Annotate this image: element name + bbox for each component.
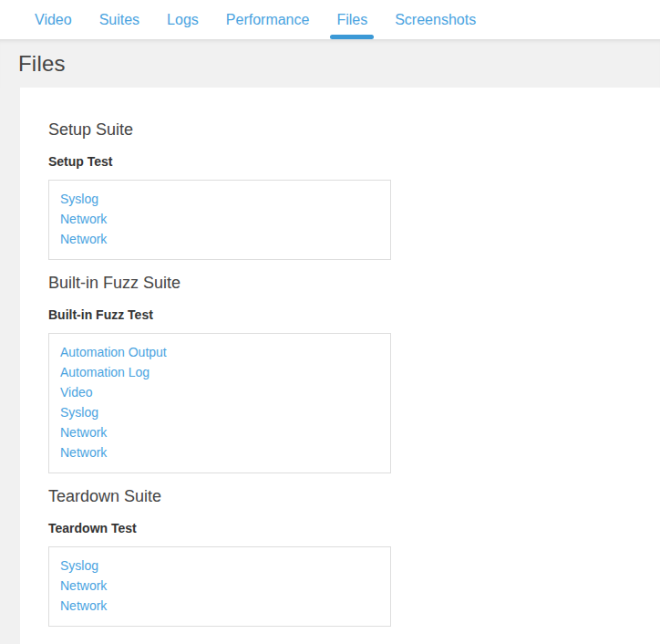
tab-logs[interactable]: Logs	[167, 0, 199, 39]
page-title: Files	[18, 51, 66, 77]
file-link[interactable]: Syslog	[60, 556, 379, 576]
file-link[interactable]: Network	[60, 576, 379, 596]
tab-bar: Video Suites Logs Performance Files Scre…	[0, 0, 660, 39]
file-link[interactable]: Syslog	[60, 189, 379, 209]
tab-files[interactable]: Files	[336, 0, 367, 39]
content-background: Setup SuiteSetup TestSyslogNetworkNetwor…	[0, 88, 660, 644]
file-link[interactable]: Network	[60, 229, 379, 249]
file-list-box: SyslogNetworkNetwork	[48, 546, 391, 627]
file-link[interactable]: Network	[60, 596, 379, 616]
suite-title: Built-in Fuzz Suite	[48, 272, 642, 295]
suite-section: Teardown SuiteTeardown TestSyslogNetwork…	[48, 485, 642, 627]
tab-suites[interactable]: Suites	[99, 0, 139, 39]
suite-section: Built-in Fuzz SuiteBuilt-in Fuzz TestAut…	[48, 272, 642, 473]
tab-performance[interactable]: Performance	[226, 0, 310, 39]
tab-video[interactable]: Video	[35, 0, 72, 39]
file-list-box: Automation OutputAutomation LogVideoSysl…	[48, 333, 391, 473]
tab-screenshots[interactable]: Screenshots	[395, 0, 476, 39]
file-link[interactable]: Network	[60, 442, 379, 462]
files-card: Setup SuiteSetup TestSyslogNetworkNetwor…	[20, 88, 660, 644]
page-header: Files	[0, 39, 660, 88]
file-link[interactable]: Syslog	[60, 402, 379, 422]
file-link[interactable]: Automation Log	[60, 362, 379, 382]
suite-section: Setup SuiteSetup TestSyslogNetworkNetwor…	[48, 119, 642, 260]
test-title: Teardown Test	[48, 520, 642, 537]
suite-title: Setup Suite	[48, 119, 642, 141]
file-link[interactable]: Automation Output	[60, 342, 379, 362]
file-link[interactable]: Network	[60, 209, 379, 229]
suites-container: Setup SuiteSetup TestSyslogNetworkNetwor…	[48, 119, 642, 627]
file-link[interactable]: Network	[60, 422, 379, 442]
test-title: Setup Test	[48, 153, 642, 171]
file-list-box: SyslogNetworkNetwork	[48, 180, 391, 260]
suite-title: Teardown Suite	[48, 485, 642, 508]
file-link[interactable]: Video	[60, 382, 379, 402]
test-title: Built-in Fuzz Test	[48, 306, 642, 324]
